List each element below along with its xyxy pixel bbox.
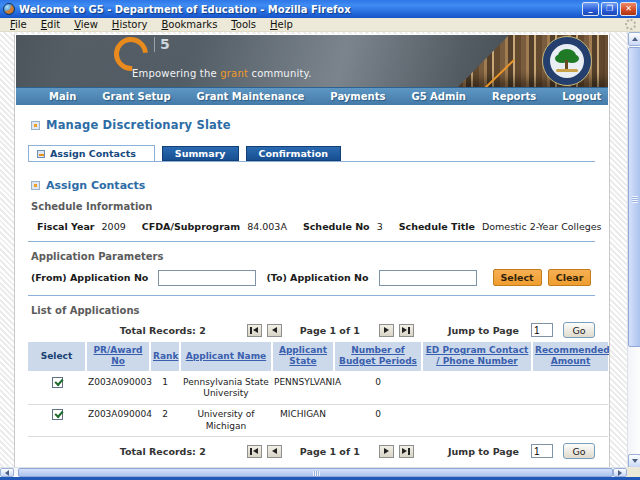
schedule-title-label: Schedule Title — [399, 221, 475, 232]
column-applicant-state[interactable]: Applicant State — [272, 342, 334, 371]
fiscal-year-value: 2009 — [102, 221, 126, 232]
tagline-pre: Empowering the — [132, 68, 220, 79]
tagline-accent: grant — [220, 68, 248, 79]
column-ed-program-contact[interactable]: ED Program Contact / Phone Number — [422, 342, 532, 371]
nav-payments[interactable]: Payments — [317, 91, 398, 102]
vertical-scrollbar[interactable] — [627, 32, 640, 468]
to-application-no-label: (To) Application No — [266, 272, 368, 283]
from-application-no-label: (From) Application No — [31, 272, 148, 283]
menu-edit[interactable]: Edit — [35, 18, 66, 31]
column-pr-award-no[interactable]: PR/Award No — [86, 342, 150, 371]
ed-contact-cell — [422, 404, 532, 436]
column-applicant-name[interactable]: Applicant Name — [180, 342, 272, 371]
browser-viewport: 5 Empowering the grant community. Main G… — [0, 32, 627, 468]
minimize-button[interactable]: _ — [582, 2, 599, 16]
cfda-subprogram-value: 84.003A — [247, 221, 287, 232]
section-title: Assign Contacts — [31, 179, 609, 192]
nav-reports[interactable]: Reports — [479, 91, 549, 102]
fiscal-year-label: Fiscal Year — [37, 221, 95, 232]
pagination-top: Total Records: 2 Page 1 of 1 Jump to Pag… — [15, 322, 595, 338]
schedule-no-value: 3 — [377, 221, 383, 232]
select-button[interactable]: Select — [493, 269, 542, 286]
close-button[interactable]: ✕ — [620, 2, 637, 16]
first-page-button[interactable] — [247, 445, 262, 458]
to-application-no-input[interactable] — [379, 270, 477, 286]
column-budget-periods[interactable]: Number of Budget Periods — [334, 342, 422, 371]
go-button[interactable]: Go — [563, 443, 595, 459]
tab-strip: Assign Contacts Summary Confirmation — [28, 145, 595, 162]
go-button[interactable]: Go — [563, 322, 595, 338]
horizontal-scrollbar-thumb[interactable] — [18, 468, 613, 477]
nav-g5-admin[interactable]: G5 Admin — [398, 91, 479, 102]
title-bar: Welcome to G5 - Department of Education … — [0, 0, 640, 18]
schedule-information-heading: Schedule Information — [31, 201, 609, 212]
total-records: Total Records: 2 — [120, 446, 206, 457]
vertical-scrollbar-thumb[interactable] — [628, 47, 640, 347]
tab-icon — [37, 150, 45, 158]
page-title: Manage Discretionary Slate — [31, 118, 609, 132]
next-page-button[interactable] — [379, 324, 394, 337]
scroll-left-button[interactable] — [0, 468, 14, 477]
recommended-amount-cell — [532, 371, 608, 405]
scroll-up-button[interactable] — [628, 32, 640, 46]
tab-assign-contacts[interactable]: Assign Contacts — [28, 145, 155, 161]
next-page-button[interactable] — [379, 445, 394, 458]
first-page-button[interactable] — [247, 324, 262, 337]
budget-periods-cell: 0 — [334, 371, 422, 405]
jump-to-page-input[interactable] — [531, 323, 553, 337]
nav-grant-setup[interactable]: Grant Setup — [89, 91, 183, 102]
throbber-icon — [625, 19, 636, 30]
tab-confirmation[interactable]: Confirmation — [246, 146, 341, 161]
banner-tagline: Empowering the grant community. — [132, 68, 312, 79]
horizontal-scrollbar[interactable] — [0, 467, 640, 477]
applicant-state-cell: MICHIGAN — [272, 404, 334, 436]
applicant-state-cell: PENNSYLVANIA — [272, 371, 334, 405]
total-records: Total Records: 2 — [120, 325, 206, 336]
applications-table: Select PR/Award No Rank Applicant Name A… — [28, 342, 608, 437]
nav-logout[interactable]: Logout — [549, 91, 610, 102]
previous-page-button[interactable] — [267, 445, 282, 458]
menu-history[interactable]: History — [106, 18, 154, 31]
page-title-text: Manage Discretionary Slate — [46, 118, 231, 132]
menu-view[interactable]: View — [68, 18, 104, 31]
schedule-fields: Fiscal Year 2009 CFDA/Subprogram 84.003A… — [37, 221, 609, 232]
menu-file[interactable]: File — [4, 18, 33, 31]
application-parameters-form: (From) Application No (To) Application N… — [31, 269, 609, 286]
section-title-text: Assign Contacts — [46, 179, 145, 192]
previous-page-button[interactable] — [267, 324, 282, 337]
bullet-icon — [31, 121, 40, 130]
tab-label: Assign Contacts — [50, 146, 136, 161]
applicant-name-cell: University of Michigan — [180, 404, 272, 436]
clear-button[interactable]: Clear — [548, 269, 592, 286]
firefox-window: Welcome to G5 - Department of Education … — [0, 0, 640, 480]
application-parameters-heading: Application Parameters — [31, 251, 609, 262]
last-page-button[interactable] — [399, 445, 414, 458]
menu-bookmarks[interactable]: Bookmarks — [155, 18, 223, 31]
nav-main[interactable]: Main — [36, 91, 89, 102]
content-panel: 5 Empowering the grant community. Main G… — [14, 34, 610, 468]
recommended-amount-cell — [532, 404, 608, 436]
column-recommended-amount[interactable]: Recommended Amount — [532, 342, 608, 371]
table-row: Z003A090003 1 Pennsylvania State Univers… — [28, 371, 608, 405]
scroll-right-button[interactable] — [613, 468, 627, 477]
last-page-button[interactable] — [399, 324, 414, 337]
jump-to-page-input[interactable] — [531, 444, 553, 458]
ed-contact-cell — [422, 371, 532, 405]
column-rank[interactable]: Rank — [150, 342, 180, 371]
from-application-no-input[interactable] — [158, 270, 256, 286]
cfda-subprogram-label: CFDA/Subprogram — [142, 221, 240, 232]
column-select: Select — [28, 342, 86, 371]
window-title: Welcome to G5 - Department of Education … — [19, 4, 582, 15]
pagination-bottom: Total Records: 2 Page 1 of 1 Jump to Pag… — [15, 443, 595, 459]
row-select-checkbox[interactable] — [52, 377, 63, 388]
tab-summary[interactable]: Summary — [162, 146, 239, 161]
g5-logo-numeral: 5 — [154, 37, 170, 52]
scroll-down-button[interactable] — [628, 454, 640, 468]
row-select-checkbox[interactable] — [52, 409, 63, 420]
menu-help[interactable]: Help — [264, 18, 299, 31]
nav-grant-maintenance[interactable]: Grant Maintenance — [184, 91, 318, 102]
restore-button[interactable]: ❐ — [601, 2, 618, 16]
menu-tools[interactable]: Tools — [225, 18, 262, 31]
jump-to-page-label: Jump to Page — [448, 325, 519, 336]
jump-to-page-label: Jump to Page — [448, 446, 519, 457]
